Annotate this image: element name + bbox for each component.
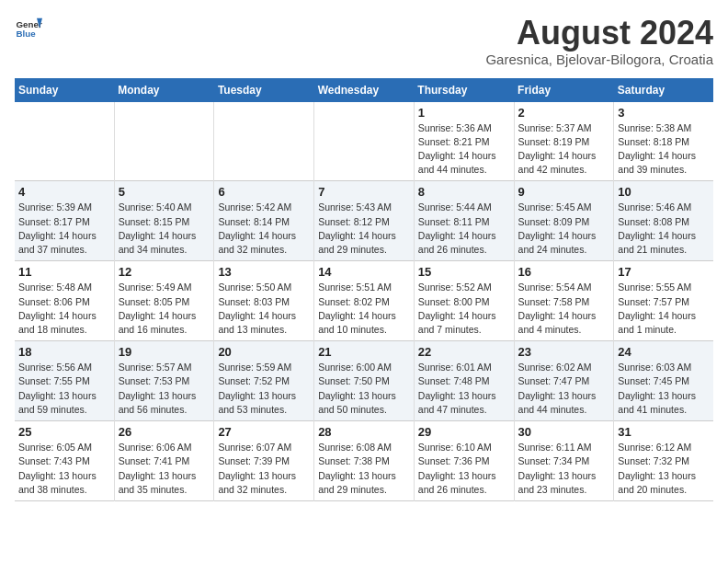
calendar-cell: 24Sunrise: 6:03 AM Sunset: 7:45 PM Dayli… <box>614 341 713 421</box>
day-number: 16 <box>518 265 610 279</box>
calendar-cell: 19Sunrise: 5:57 AM Sunset: 7:53 PM Dayli… <box>114 341 214 421</box>
title-block: August 2024 Garesnica, Bjelovar-Bilogora… <box>485 15 713 67</box>
day-number: 17 <box>618 265 710 279</box>
calendar-cell <box>214 102 314 181</box>
day-info: Sunrise: 6:07 AM Sunset: 7:39 PM Dayligh… <box>218 441 310 497</box>
day-info: Sunrise: 5:48 AM Sunset: 8:06 PM Dayligh… <box>18 281 110 337</box>
day-info: Sunrise: 6:03 AM Sunset: 7:45 PM Dayligh… <box>618 361 710 417</box>
day-number: 3 <box>618 106 710 120</box>
day-number: 18 <box>18 345 110 359</box>
calendar-week-row: 4Sunrise: 5:39 AM Sunset: 8:17 PM Daylig… <box>15 181 713 261</box>
day-number: 21 <box>318 345 410 359</box>
calendar-cell: 22Sunrise: 6:01 AM Sunset: 7:48 PM Dayli… <box>414 341 514 421</box>
calendar-cell: 27Sunrise: 6:07 AM Sunset: 7:39 PM Dayli… <box>214 421 314 501</box>
day-info: Sunrise: 5:45 AM Sunset: 8:09 PM Dayligh… <box>518 201 610 257</box>
day-info: Sunrise: 5:54 AM Sunset: 7:58 PM Dayligh… <box>518 281 610 337</box>
day-info: Sunrise: 6:01 AM Sunset: 7:48 PM Dayligh… <box>418 361 510 417</box>
day-number: 4 <box>18 185 110 199</box>
calendar-body: 1Sunrise: 5:36 AM Sunset: 8:21 PM Daylig… <box>15 102 713 501</box>
day-number: 10 <box>618 185 710 199</box>
calendar-cell <box>314 102 415 181</box>
calendar-cell: 13Sunrise: 5:50 AM Sunset: 8:03 PM Dayli… <box>214 261 314 341</box>
day-number: 8 <box>418 185 510 199</box>
calendar-cell: 5Sunrise: 5:40 AM Sunset: 8:15 PM Daylig… <box>114 181 214 261</box>
calendar-cell: 8Sunrise: 5:44 AM Sunset: 8:11 PM Daylig… <box>414 181 514 261</box>
day-info: Sunrise: 5:55 AM Sunset: 7:57 PM Dayligh… <box>618 281 710 337</box>
logo: General Blue <box>15 15 42 42</box>
calendar-cell: 20Sunrise: 5:59 AM Sunset: 7:52 PM Dayli… <box>214 341 314 421</box>
svg-text:Blue: Blue <box>17 29 37 39</box>
calendar-cell: 23Sunrise: 6:02 AM Sunset: 7:47 PM Dayli… <box>514 341 614 421</box>
day-number: 9 <box>518 185 610 199</box>
calendar-cell: 2Sunrise: 5:37 AM Sunset: 8:19 PM Daylig… <box>514 102 614 181</box>
day-number: 12 <box>119 265 210 279</box>
day-info: Sunrise: 5:52 AM Sunset: 8:00 PM Dayligh… <box>418 281 510 337</box>
day-info: Sunrise: 6:11 AM Sunset: 7:34 PM Dayligh… <box>518 441 610 497</box>
calendar-table: SundayMondayTuesdayWednesdayThursdayFrid… <box>15 78 713 501</box>
day-info: Sunrise: 5:39 AM Sunset: 8:17 PM Dayligh… <box>18 201 110 257</box>
day-info: Sunrise: 5:36 AM Sunset: 8:21 PM Dayligh… <box>418 121 510 178</box>
calendar-cell: 12Sunrise: 5:49 AM Sunset: 8:05 PM Dayli… <box>114 261 214 341</box>
calendar-cell: 3Sunrise: 5:38 AM Sunset: 8:18 PM Daylig… <box>614 102 713 181</box>
day-number: 30 <box>518 425 610 439</box>
calendar-cell: 6Sunrise: 5:42 AM Sunset: 8:14 PM Daylig… <box>214 181 314 261</box>
day-number: 31 <box>618 425 710 439</box>
calendar-cell: 9Sunrise: 5:45 AM Sunset: 8:09 PM Daylig… <box>514 181 614 261</box>
day-info: Sunrise: 5:43 AM Sunset: 8:12 PM Dayligh… <box>318 201 410 257</box>
calendar-col-header: Saturday <box>614 78 713 102</box>
calendar-cell: 15Sunrise: 5:52 AM Sunset: 8:00 PM Dayli… <box>414 261 514 341</box>
day-number: 22 <box>418 345 510 359</box>
day-info: Sunrise: 5:46 AM Sunset: 8:08 PM Dayligh… <box>618 201 710 257</box>
calendar-col-header: Tuesday <box>214 78 314 102</box>
calendar-col-header: Thursday <box>414 78 514 102</box>
calendar-cell: 1Sunrise: 5:36 AM Sunset: 8:21 PM Daylig… <box>414 102 514 181</box>
calendar-cell: 28Sunrise: 6:08 AM Sunset: 7:38 PM Dayli… <box>314 421 415 501</box>
day-number: 15 <box>418 265 510 279</box>
day-number: 25 <box>18 425 110 439</box>
day-info: Sunrise: 6:08 AM Sunset: 7:38 PM Dayligh… <box>318 441 410 497</box>
day-info: Sunrise: 5:42 AM Sunset: 8:14 PM Dayligh… <box>218 201 310 257</box>
day-number: 24 <box>618 345 710 359</box>
calendar-cell: 10Sunrise: 5:46 AM Sunset: 8:08 PM Dayli… <box>614 181 713 261</box>
day-number: 7 <box>318 185 410 199</box>
calendar-col-header: Wednesday <box>314 78 415 102</box>
day-info: Sunrise: 6:00 AM Sunset: 7:50 PM Dayligh… <box>318 361 410 417</box>
calendar-week-row: 1Sunrise: 5:36 AM Sunset: 8:21 PM Daylig… <box>15 102 713 181</box>
calendar-cell: 25Sunrise: 6:05 AM Sunset: 7:43 PM Dayli… <box>15 421 114 501</box>
calendar-cell: 26Sunrise: 6:06 AM Sunset: 7:41 PM Dayli… <box>114 421 214 501</box>
day-number: 1 <box>418 106 510 120</box>
day-number: 14 <box>318 265 410 279</box>
day-info: Sunrise: 5:40 AM Sunset: 8:15 PM Dayligh… <box>119 201 210 257</box>
calendar-cell: 30Sunrise: 6:11 AM Sunset: 7:34 PM Dayli… <box>514 421 614 501</box>
day-number: 29 <box>418 425 510 439</box>
calendar-cell: 16Sunrise: 5:54 AM Sunset: 7:58 PM Dayli… <box>514 261 614 341</box>
day-info: Sunrise: 6:02 AM Sunset: 7:47 PM Dayligh… <box>518 361 610 417</box>
calendar-cell <box>114 102 214 181</box>
day-number: 6 <box>218 185 310 199</box>
day-info: Sunrise: 5:56 AM Sunset: 7:55 PM Dayligh… <box>18 361 110 417</box>
calendar-cell: 7Sunrise: 5:43 AM Sunset: 8:12 PM Daylig… <box>314 181 415 261</box>
calendar-cell: 21Sunrise: 6:00 AM Sunset: 7:50 PM Dayli… <box>314 341 415 421</box>
day-number: 28 <box>318 425 410 439</box>
day-info: Sunrise: 5:50 AM Sunset: 8:03 PM Dayligh… <box>218 281 310 337</box>
page-header: General Blue August 2024 Garesnica, Bjel… <box>15 15 713 67</box>
day-info: Sunrise: 6:12 AM Sunset: 7:32 PM Dayligh… <box>618 441 710 497</box>
day-number: 5 <box>119 185 210 199</box>
calendar-week-row: 18Sunrise: 5:56 AM Sunset: 7:55 PM Dayli… <box>15 341 713 421</box>
day-info: Sunrise: 6:06 AM Sunset: 7:41 PM Dayligh… <box>119 441 210 497</box>
calendar-week-row: 11Sunrise: 5:48 AM Sunset: 8:06 PM Dayli… <box>15 261 713 341</box>
day-info: Sunrise: 5:57 AM Sunset: 7:53 PM Dayligh… <box>119 361 210 417</box>
calendar-cell: 11Sunrise: 5:48 AM Sunset: 8:06 PM Dayli… <box>15 261 114 341</box>
calendar-cell: 29Sunrise: 6:10 AM Sunset: 7:36 PM Dayli… <box>414 421 514 501</box>
calendar-col-header: Sunday <box>15 78 114 102</box>
main-title: August 2024 <box>485 15 713 52</box>
calendar-cell: 31Sunrise: 6:12 AM Sunset: 7:32 PM Dayli… <box>614 421 713 501</box>
calendar-cell <box>15 102 114 181</box>
day-info: Sunrise: 5:59 AM Sunset: 7:52 PM Dayligh… <box>218 361 310 417</box>
day-info: Sunrise: 6:05 AM Sunset: 7:43 PM Dayligh… <box>18 441 110 497</box>
day-info: Sunrise: 5:49 AM Sunset: 8:05 PM Dayligh… <box>119 281 210 337</box>
day-number: 23 <box>518 345 610 359</box>
calendar-week-row: 25Sunrise: 6:05 AM Sunset: 7:43 PM Dayli… <box>15 421 713 501</box>
calendar-header-row: SundayMondayTuesdayWednesdayThursdayFrid… <box>15 78 713 102</box>
calendar-col-header: Monday <box>114 78 214 102</box>
